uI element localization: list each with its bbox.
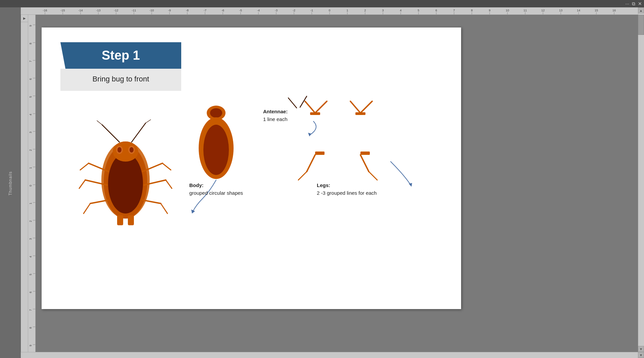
close-icon[interactable]: ✕ [638, 1, 642, 6]
svg-marker-35 [308, 133, 311, 136]
svg-line-25 [161, 203, 167, 214]
collapse-panel-button[interactable]: ▶ [21, 15, 28, 22]
thumbnails-label: Thumbnails [8, 171, 13, 195]
svg-line-37 [315, 101, 327, 113]
svg-text:9: 9 [29, 345, 32, 346]
svg-text:9: 9 [29, 25, 32, 26]
svg-text:8: 8 [471, 9, 473, 12]
svg-line-36 [305, 101, 315, 113]
svg-text:10: 10 [506, 9, 509, 12]
svg-line-40 [360, 101, 372, 113]
svg-point-4 [108, 153, 143, 214]
v-ruler-overlay: 9 8 7 6 5 4 3 2 1 0 1 2 3 4 [28, 15, 36, 352]
svg-line-17 [79, 180, 85, 188]
svg-line-43 [307, 155, 315, 172]
svg-text:6: 6 [435, 9, 437, 12]
step-subtitle: Bring bug to front [70, 75, 171, 83]
svg-text:-12: -12 [114, 9, 118, 12]
svg-point-29 [210, 108, 222, 118]
svg-text:5: 5 [417, 9, 419, 12]
svg-marker-32 [191, 210, 195, 214]
svg-text:12: 12 [541, 9, 545, 12]
horizontal-scrollbar[interactable] [21, 352, 638, 358]
svg-text:8: 8 [29, 43, 32, 44]
svg-text:3: 3 [29, 238, 32, 240]
svg-line-39 [350, 101, 360, 113]
canvas-area: Step 1 Bring bug to front [28, 15, 638, 352]
step-banner: Step 1 Bring bug to front [60, 42, 181, 91]
svg-text:11: 11 [524, 9, 527, 12]
scroll-up-button[interactable]: ▲ [638, 7, 644, 13]
diagrams-svg [183, 95, 451, 255]
scroll-down-button[interactable]: ▼ [638, 346, 644, 352]
svg-point-31 [203, 125, 229, 175]
more-options-icon[interactable]: ··· [625, 1, 629, 6]
svg-text:-3: -3 [275, 9, 278, 12]
svg-text:13: 13 [559, 9, 562, 12]
step-title-box: Step 1 [60, 42, 181, 69]
svg-line-15 [80, 163, 89, 170]
svg-line-33 [288, 98, 297, 108]
scroll-end-button[interactable]: ▼ [638, 352, 644, 358]
antennae-label: Antennae: 1 line each [263, 108, 288, 123]
svg-text:7: 7 [453, 9, 455, 12]
step-subtitle-box: Bring bug to front [60, 69, 181, 91]
svg-text:5: 5 [29, 96, 32, 98]
svg-line-24 [143, 200, 161, 203]
svg-rect-49 [28, 7, 638, 15]
svg-text:-1: -1 [310, 9, 313, 12]
page-canvas: Step 1 Bring bug to front [42, 27, 461, 309]
svg-text:-8: -8 [186, 9, 189, 12]
svg-text:-14: -14 [78, 9, 83, 12]
svg-text:-10: -10 [149, 9, 154, 12]
svg-point-9 [130, 147, 134, 153]
svg-text:1: 1 [346, 9, 348, 12]
svg-line-23 [166, 180, 172, 188]
step-title: Step 1 [70, 48, 171, 63]
svg-text:1: 1 [29, 167, 32, 169]
scrollbar-thumb[interactable] [638, 15, 644, 35]
svg-text:-4: -4 [257, 9, 260, 12]
svg-text:-7: -7 [204, 9, 206, 12]
svg-rect-42 [315, 152, 325, 155]
svg-text:3: 3 [29, 131, 32, 133]
svg-line-19 [84, 203, 90, 214]
svg-text:-13: -13 [96, 9, 100, 12]
svg-text:15: 15 [595, 9, 598, 12]
svg-text:9: 9 [489, 9, 490, 12]
svg-text:-6: -6 [221, 9, 224, 12]
svg-text:-5: -5 [239, 9, 242, 12]
svg-text:4: 4 [29, 114, 32, 115]
svg-line-21 [162, 163, 171, 170]
bug-illustration [79, 118, 172, 232]
svg-text:6: 6 [29, 291, 32, 293]
svg-text:-16: -16 [43, 9, 47, 12]
svg-text:14: 14 [577, 9, 580, 12]
vertical-ruler [21, 15, 28, 352]
svg-text:-9: -9 [168, 9, 171, 12]
svg-text:2: 2 [29, 149, 32, 151]
svg-text:5: 5 [29, 274, 32, 275]
top-bar: ··· ⧉ ✕ [0, 0, 644, 7]
svg-text:-2: -2 [293, 9, 295, 12]
legs-label: Legs: 2 -3 grouped lines for each [317, 182, 377, 197]
vertical-scrollbar[interactable]: ▲ ▼ ▼ [638, 7, 644, 358]
svg-text:4: 4 [29, 256, 32, 257]
svg-rect-38 [310, 112, 320, 115]
svg-line-47 [369, 172, 377, 180]
svg-text:1: 1 [29, 202, 32, 204]
svg-text:2: 2 [29, 220, 32, 222]
svg-text:-15: -15 [60, 9, 65, 12]
svg-text:6: 6 [29, 78, 32, 80]
svg-rect-26 [117, 215, 123, 225]
window-restore-icon[interactable]: ⧉ [632, 1, 635, 7]
svg-point-7 [117, 147, 121, 153]
svg-rect-41 [355, 112, 365, 115]
svg-line-12 [97, 121, 102, 125]
svg-text:8: 8 [29, 327, 32, 329]
svg-text:-11: -11 [132, 9, 136, 12]
svg-line-13 [146, 120, 151, 123]
svg-text:3: 3 [382, 9, 384, 12]
svg-rect-45 [360, 152, 370, 155]
svg-marker-48 [409, 183, 412, 187]
